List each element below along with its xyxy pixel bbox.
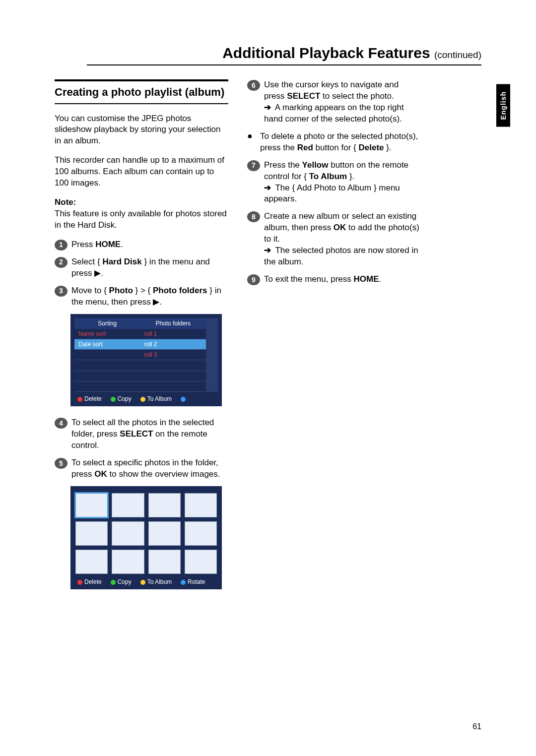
step-number-icon: 3 xyxy=(55,286,67,297)
list-item xyxy=(140,371,206,381)
blue-dot-icon xyxy=(181,397,186,402)
yellow-dot-icon xyxy=(140,397,145,402)
list-item[interactable]: roll 3 xyxy=(140,350,206,360)
step-body: Create a new album or select an existing… xyxy=(264,211,421,268)
copy-action[interactable]: Copy xyxy=(111,395,132,403)
sorting-column: Sorting Name sort Date sort xyxy=(74,318,140,392)
intro-para-2: This recorder can handle up to a maximum… xyxy=(55,155,228,189)
page-title-main: Additional Playback Features xyxy=(222,45,434,61)
panel-footer: Delete Copy To Album Rotate xyxy=(74,575,218,587)
step-body: Press HOME. xyxy=(71,239,228,251)
content-columns: Creating a photo playlist (album) You ca… xyxy=(55,79,481,600)
photo-thumbnail[interactable] xyxy=(148,521,181,546)
step-8: 8 Create a new album or select an existi… xyxy=(247,211,421,268)
step-number-icon: 1 xyxy=(55,240,67,251)
rotate-action[interactable]: Rotate xyxy=(181,578,205,586)
delete-action[interactable]: Delete xyxy=(77,578,102,586)
list-item xyxy=(74,350,140,360)
thumbnails-panel: Delete Copy To Album Rotate xyxy=(70,486,222,589)
intro-para-1: You can customise the JPEG photos slides… xyxy=(55,113,228,147)
list-item[interactable]: roll 2 xyxy=(140,339,206,350)
photo-thumbnail[interactable] xyxy=(75,493,108,517)
red-dot-icon xyxy=(77,397,82,402)
list-item xyxy=(74,371,140,381)
delete-note: ● To delete a photo or the selected phot… xyxy=(247,131,421,154)
step-3: 3 Move to { Photo } > { Photo folders } … xyxy=(55,285,228,308)
photo-thumbnail[interactable] xyxy=(112,493,144,517)
step-number-icon: 2 xyxy=(55,257,67,268)
page-title: Additional Playback Features (continued) xyxy=(87,45,481,65)
language-tab: English xyxy=(496,84,510,127)
section-heading: Creating a photo playlist (album) xyxy=(55,79,228,104)
folders-column: Photo folders roll 1 roll 2 roll 3 xyxy=(140,318,206,392)
list-item[interactable]: Name sort xyxy=(74,329,140,339)
scroll-indicator[interactable] xyxy=(206,318,218,392)
list-item[interactable]: Date sort xyxy=(74,339,140,350)
yellow-dot-icon xyxy=(140,580,145,585)
column-header: Photo folders xyxy=(140,318,206,329)
page-title-sub: (continued) xyxy=(434,50,481,60)
bullet-body: To delete a photo or the selected photo(… xyxy=(260,131,421,154)
photo-thumbnail[interactable] xyxy=(185,550,217,574)
photo-thumbnail[interactable] xyxy=(75,550,108,574)
step-5: 5 To select a specific photos in the fol… xyxy=(55,457,228,480)
photo-thumbnail[interactable] xyxy=(185,493,217,517)
photo-thumbnail[interactable] xyxy=(185,521,217,546)
step-7: 7 Press the Yellow button on the remote … xyxy=(247,160,421,205)
right-column: 6 Use the cursor keys to navigate and pr… xyxy=(247,79,421,600)
column-header: Sorting xyxy=(74,318,140,329)
list-item[interactable]: roll 1 xyxy=(140,329,206,339)
step-number-icon: 7 xyxy=(247,160,260,171)
step-body: Use the cursor keys to navigate and pres… xyxy=(264,79,421,125)
photo-thumbnail[interactable] xyxy=(112,550,144,574)
to-album-action[interactable]: To Album xyxy=(140,395,172,403)
step-4: 4 To select all the photos in the select… xyxy=(55,417,228,451)
step-9: 9 To exit the menu, press HOME. xyxy=(247,274,421,285)
to-album-action[interactable]: To Album xyxy=(140,578,172,586)
step-body: To exit the menu, press HOME. xyxy=(264,274,421,285)
arrow-icon: ➔ xyxy=(264,245,271,256)
photo-thumbnail[interactable] xyxy=(75,521,108,546)
step-2: 2 Select { Hard Disk } in the menu and p… xyxy=(55,256,228,279)
step-number-icon: 5 xyxy=(55,458,67,469)
arrow-icon: ➔ xyxy=(264,183,271,194)
delete-action[interactable]: Delete xyxy=(77,395,102,403)
photo-thumbnail[interactable] xyxy=(148,493,181,517)
page-number: 61 xyxy=(472,722,481,731)
blank-action xyxy=(181,395,188,403)
copy-action[interactable]: Copy xyxy=(111,578,132,586)
panel-footer: Delete Copy To Album xyxy=(74,392,218,404)
arrow-icon: ➔ xyxy=(264,102,271,114)
list-item xyxy=(74,381,140,392)
list-item xyxy=(140,381,206,392)
thumbnail-grid xyxy=(74,490,218,575)
step-1: 1 Press HOME. xyxy=(55,239,228,251)
step-body: To select all the photos in the selected… xyxy=(71,417,228,451)
step-number-icon: 4 xyxy=(55,418,67,429)
green-dot-icon xyxy=(111,397,116,402)
step-number-icon: 8 xyxy=(247,211,260,222)
step-body: To select a specific photos in the folde… xyxy=(71,457,228,480)
step-number-icon: 9 xyxy=(247,274,260,285)
red-dot-icon xyxy=(77,580,82,585)
play-icon: ▶ xyxy=(94,268,101,278)
step-body: Press the Yellow button on the remote co… xyxy=(264,160,421,205)
bullet-icon: ● xyxy=(247,131,260,154)
list-item xyxy=(140,360,206,371)
photo-thumbnail[interactable] xyxy=(112,521,144,546)
note-block: Note: This feature is only available for… xyxy=(55,197,228,231)
step-body: Move to { Photo } > { Photo folders } in… xyxy=(71,285,228,308)
green-dot-icon xyxy=(111,580,116,585)
step-body: Select { Hard Disk } in the menu and pre… xyxy=(71,256,228,279)
step-number-icon: 6 xyxy=(247,80,260,91)
photo-thumbnail[interactable] xyxy=(148,550,181,574)
note-label: Note: xyxy=(55,197,76,207)
photo-folders-panel: Sorting Name sort Date sort Photo folder… xyxy=(70,314,222,407)
step-6: 6 Use the cursor keys to navigate and pr… xyxy=(247,79,421,125)
left-column: Creating a photo playlist (album) You ca… xyxy=(55,79,228,600)
blue-dot-icon xyxy=(181,580,186,585)
list-item xyxy=(74,360,140,371)
note-text: This feature is only available for photo… xyxy=(55,209,227,230)
play-icon: ▶ xyxy=(153,297,159,307)
